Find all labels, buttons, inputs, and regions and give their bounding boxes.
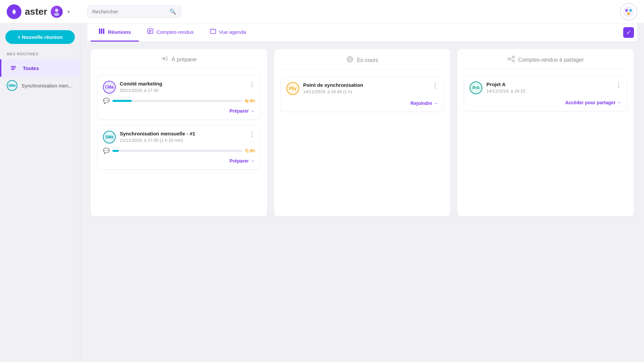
reunions-tab-icon: [99, 28, 105, 36]
svg-point-3: [54, 13, 59, 16]
card-comite-marketing: CMa Comité marketing 20/11/2019, à 17:30…: [97, 75, 261, 120]
vue-agenda-tab-icon: [210, 28, 216, 36]
card-info: Comité marketing 20/11/2019, à 17:30: [120, 81, 245, 93]
card-info-sync: Synchronisation mensuelle - #1 21/11/201…: [120, 131, 245, 143]
preparer-link-sync[interactable]: Préparer →: [229, 158, 255, 164]
app-logo-icon: [7, 4, 21, 19]
comptes-rendus-tab-icon: [147, 28, 154, 36]
progress-label-comite: 6j 0h: [245, 98, 255, 103]
sidebar-item-toutes-label: Toutes: [23, 65, 39, 71]
svg-rect-13: [101, 28, 102, 34]
progress-chat-icon: 💬: [103, 98, 110, 104]
card-date-psy: 14/11/2019, à 16:45 (1 h): [303, 89, 428, 94]
svg-rect-14: [103, 28, 104, 34]
svg-rect-18: [149, 32, 151, 33]
card-avatar-psy: PSy: [286, 82, 299, 95]
card-action-comite: Préparer →: [103, 108, 255, 114]
card-top-pra: PrA Projet A 14/11/2019, à 16:15 ⋮: [470, 81, 622, 94]
svg-rect-12: [99, 28, 100, 34]
card-progress-comite: 💬 6j 0h: [103, 98, 255, 104]
progress-bar-bg-sync: [112, 150, 242, 152]
top-right-logo[interactable]: [620, 3, 637, 20]
svg-rect-17: [149, 31, 151, 32]
card-action-psy: Rejoindre →: [286, 100, 438, 106]
main-content: Réunions Comptes-rendus: [80, 23, 644, 362]
svg-point-5: [623, 6, 634, 17]
card-title-comite: Comité marketing: [120, 81, 245, 86]
card-avatar-sme: SMe: [103, 131, 116, 143]
column-en-cours: En cours PSy Point de synchronisation 14…: [274, 49, 451, 217]
tab-vue-agenda-label: Vue agenda: [219, 29, 246, 35]
sme-icon: SMe: [7, 80, 17, 91]
sidebar-section-label: MES ROUTINES: [0, 52, 80, 56]
progress-bar-fill: [112, 100, 132, 102]
card-menu-comite[interactable]: ⋮: [249, 81, 255, 88]
card-info-pra: Projet A 14/11/2019, à 16:15: [486, 81, 611, 94]
tab-comptes-rendus[interactable]: Comptes-rendus: [139, 23, 202, 42]
svg-rect-19: [210, 29, 216, 34]
rejoindre-link[interactable]: Rejoindre →: [411, 101, 438, 106]
progress-bar-bg: [112, 100, 242, 102]
user-avatar[interactable]: [51, 6, 63, 18]
tab-vue-agenda[interactable]: Vue agenda: [202, 23, 254, 42]
en-cours-label: En cours: [357, 57, 378, 63]
partager-icon: [507, 56, 515, 64]
logo-area: aster ▾: [7, 4, 87, 19]
a-preparer-icon: [161, 56, 168, 63]
sidebar-item-sync[interactable]: SMe Synchronisation men...: [0, 77, 80, 94]
sme-initials: SMe: [8, 83, 16, 87]
search-bar: 🔍: [87, 5, 181, 18]
svg-point-7: [629, 9, 632, 12]
column-a-preparer-header: À préparer: [97, 56, 261, 68]
pra-initials: PrA: [473, 85, 480, 90]
comptes-rendus-label: Comptes-rendus à partager: [518, 57, 584, 63]
sidebar-item-toutes[interactable]: Toutes: [0, 59, 80, 77]
card-point-sync: PSy Point de synchronisation 14/11/2019,…: [281, 76, 444, 112]
column-en-cours-header: En cours: [281, 56, 444, 70]
card-progress-sync: 💬 7j 0h: [103, 147, 255, 154]
user-menu-chevron[interactable]: ▾: [67, 9, 70, 14]
sidebar-item-sync-label: Synchronisation men...: [21, 83, 73, 88]
card-projet-a: PrA Projet A 14/11/2019, à 16:15 ⋮ Accéd…: [464, 76, 627, 111]
search-input[interactable]: [92, 9, 167, 14]
sme-card-initials: SMe: [105, 135, 114, 139]
search-icon: 🔍: [169, 8, 176, 15]
header: aster ▾ 🔍: [0, 0, 644, 23]
card-menu-pra[interactable]: ⋮: [615, 81, 622, 89]
done-checkbox[interactable]: ✓: [623, 27, 634, 38]
progress-bar-fill-sync: [112, 150, 119, 152]
svg-point-27: [513, 56, 515, 58]
svg-rect-20: [210, 31, 216, 31]
svg-rect-11: [11, 69, 14, 70]
card-action-sync: Préparer →: [103, 158, 255, 164]
preparer-link-comite[interactable]: Préparer →: [229, 108, 255, 114]
svg-point-8: [627, 12, 630, 15]
new-meeting-button[interactable]: + Nouvelle réunion: [5, 30, 75, 44]
card-avatar-pra: PrA: [470, 81, 482, 94]
a-preparer-label: À préparer: [172, 57, 197, 63]
partager-link[interactable]: Accéder pour partager →: [565, 100, 622, 105]
app-name: aster: [25, 6, 47, 17]
column-comptes-rendus-header: Comptes-rendus à partager: [464, 56, 627, 69]
toutes-icon: [8, 63, 19, 73]
svg-point-28: [513, 60, 515, 62]
card-date-sync: 21/11/2019, à 17:00 (1 h 15 min): [120, 138, 245, 143]
cma-initials: CMa: [105, 85, 113, 89]
tabs-bar: Réunions Comptes-rendus: [87, 23, 637, 42]
svg-point-1: [13, 11, 15, 13]
card-menu-sync[interactable]: ⋮: [249, 131, 255, 138]
tab-right-area: ✓: [623, 27, 634, 38]
card-top-sync: SMe Synchronisation mensuelle - #1 21/11…: [103, 131, 255, 143]
card-action-pra: Accéder pour partager →: [470, 100, 622, 106]
tab-reunions[interactable]: Réunions: [91, 23, 139, 42]
svg-line-30: [510, 59, 513, 61]
progress-label-sync: 7j 0h: [245, 148, 255, 153]
card-menu-psy[interactable]: ⋮: [432, 82, 438, 89]
svg-rect-10: [11, 68, 16, 69]
sidebar: + Nouvelle réunion MES ROUTINES Toutes S…: [0, 23, 80, 362]
card-sync-mensuelle: SMe Synchronisation mensuelle - #1 21/11…: [97, 125, 261, 170]
svg-line-29: [510, 57, 513, 59]
card-title-sync: Synchronisation mensuelle - #1: [120, 131, 245, 136]
column-a-preparer: À préparer CMa Comité marketing 20/11/20…: [91, 49, 267, 217]
psy-initials: PSy: [289, 86, 297, 91]
